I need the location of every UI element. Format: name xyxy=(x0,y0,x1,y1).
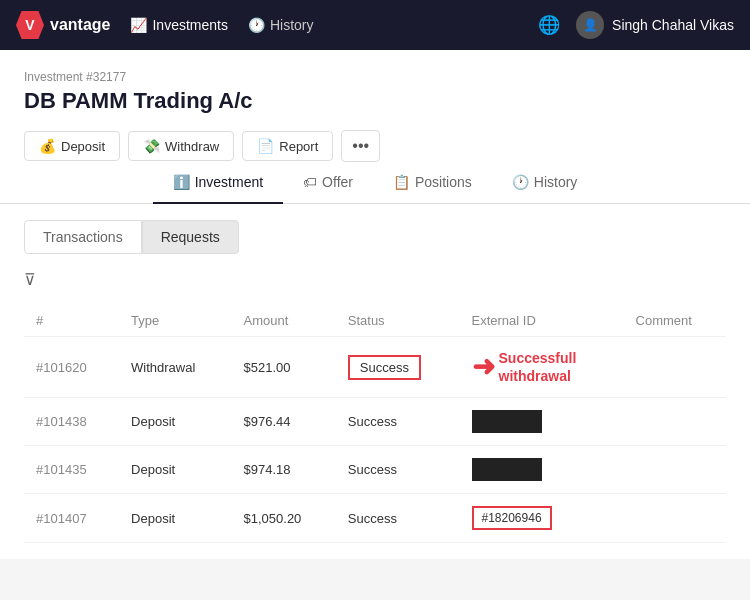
row-amount: $1,050.20 xyxy=(232,494,336,543)
transactions-table: # Type Amount Status External ID Comment… xyxy=(24,305,726,543)
annotation-line1: Successfull xyxy=(499,349,577,367)
tab-history[interactable]: 🕐 History xyxy=(492,162,598,204)
row-status: Success xyxy=(336,398,460,446)
external-id-redacted xyxy=(472,458,542,481)
brand-logo[interactable]: V vantage xyxy=(16,11,110,39)
action-buttons: 💰 Deposit 💸 Withdraw 📄 Report ••• xyxy=(24,130,726,162)
brand-icon: V xyxy=(16,11,44,39)
report-icon: 📄 xyxy=(257,138,274,154)
row-amount: $521.00 xyxy=(232,337,336,398)
investment-tab-icon: ℹ️ xyxy=(173,174,190,190)
row-status: Success xyxy=(336,494,460,543)
deposit-icon: 💰 xyxy=(39,138,56,154)
table-row: #101435 Deposit $974.18 Success xyxy=(24,446,726,494)
row-id: #101620 xyxy=(24,337,119,398)
row-comment xyxy=(624,398,726,446)
brand-name: vantage xyxy=(50,16,110,34)
history-tab-icon: 🕐 xyxy=(512,174,529,190)
row-external-id xyxy=(460,446,624,494)
avatar: 👤 xyxy=(576,11,604,39)
table-container: # Type Amount Status External ID Comment… xyxy=(24,305,726,543)
row-amount: $974.18 xyxy=(232,446,336,494)
col-id: # xyxy=(24,305,119,337)
col-comment: Comment xyxy=(624,305,726,337)
col-amount: Amount xyxy=(232,305,336,337)
row-type: Deposit xyxy=(119,398,231,446)
offer-tab-icon: 🏷 xyxy=(303,174,317,190)
row-external-id xyxy=(460,398,624,446)
tab-investment[interactable]: ℹ️ Investment xyxy=(153,162,283,204)
sub-content: Transactions Requests ⊽ # Type Amount St… xyxy=(0,204,750,559)
history-icon: 🕐 xyxy=(248,17,265,33)
row-external-id: #18206946 xyxy=(460,494,624,543)
annotation-text: Successfull withdrawal xyxy=(499,349,577,385)
investments-icon: 📈 xyxy=(130,17,147,33)
tabs-bar: ℹ️ Investment 🏷 Offer 📋 Positions 🕐 Hist… xyxy=(0,162,750,204)
row-comment xyxy=(624,446,726,494)
more-button[interactable]: ••• xyxy=(341,130,380,162)
col-external-id: External ID xyxy=(460,305,624,337)
table-row: #101407 Deposit $1,050.20 Success #18206… xyxy=(24,494,726,543)
investment-title: DB PAMM Trading A/c xyxy=(24,88,726,114)
row-id: #101438 xyxy=(24,398,119,446)
navbar: V vantage 📈 Investments 🕐 History 🌐 👤 Si… xyxy=(0,0,750,50)
row-type: Withdrawal xyxy=(119,337,231,398)
annotation-line2: withdrawal xyxy=(499,367,577,385)
row-comment xyxy=(624,337,726,398)
sub-tabs: Transactions Requests xyxy=(24,220,726,254)
page-header: Investment #32177 DB PAMM Trading A/c 💰 … xyxy=(0,50,750,162)
user-name: Singh Chahal Vikas xyxy=(612,17,734,33)
filter-icon[interactable]: ⊽ xyxy=(24,270,36,289)
report-button[interactable]: 📄 Report xyxy=(242,131,333,161)
row-status: Success xyxy=(336,446,460,494)
row-type: Deposit xyxy=(119,494,231,543)
investment-label: Investment #32177 xyxy=(24,70,726,84)
row-amount: $976.44 xyxy=(232,398,336,446)
row-type: Deposit xyxy=(119,446,231,494)
user-profile[interactable]: 👤 Singh Chahal Vikas xyxy=(576,11,734,39)
nav-history[interactable]: 🕐 History xyxy=(248,17,314,33)
nav-right: 🌐 👤 Singh Chahal Vikas xyxy=(538,11,734,39)
table-header-row: # Type Amount Status External ID Comment xyxy=(24,305,726,337)
arrow-annotation: ➜ xyxy=(472,353,495,381)
nav-investments[interactable]: 📈 Investments xyxy=(130,17,227,33)
row-id: #101407 xyxy=(24,494,119,543)
row-id: #101435 xyxy=(24,446,119,494)
deposit-button[interactable]: 💰 Deposit xyxy=(24,131,120,161)
col-status: Status xyxy=(336,305,460,337)
sub-tab-transactions[interactable]: Transactions xyxy=(24,220,142,254)
external-id-value: #18206946 xyxy=(472,506,552,530)
tab-positions[interactable]: 📋 Positions xyxy=(373,162,492,204)
withdraw-button[interactable]: 💸 Withdraw xyxy=(128,131,234,161)
positions-tab-icon: 📋 xyxy=(393,174,410,190)
row-comment xyxy=(624,494,726,543)
withdraw-icon: 💸 xyxy=(143,138,160,154)
external-id-redacted xyxy=(472,410,542,433)
annotation-wrapper: ➜ Successfull withdrawal xyxy=(472,349,612,385)
sub-tab-requests[interactable]: Requests xyxy=(142,220,239,254)
row-status: Success xyxy=(336,337,460,398)
tab-offer[interactable]: 🏷 Offer xyxy=(283,162,373,204)
table-row: #101620 Withdrawal $521.00 Success ➜ Suc… xyxy=(24,337,726,398)
col-type: Type xyxy=(119,305,231,337)
status-badge: Success xyxy=(348,355,421,380)
row-external-id: ➜ Successfull withdrawal xyxy=(460,337,624,398)
globe-icon[interactable]: 🌐 xyxy=(538,14,560,36)
table-row: #101438 Deposit $976.44 Success xyxy=(24,398,726,446)
